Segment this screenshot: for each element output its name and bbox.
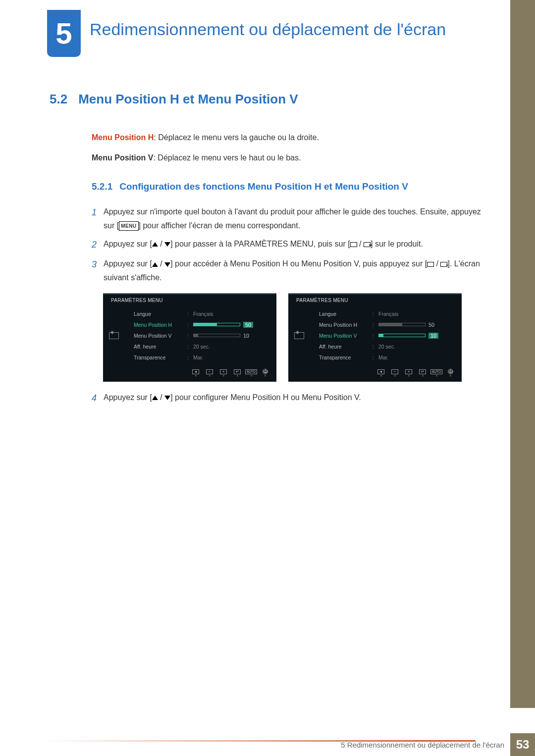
osd-category-icon: [294, 332, 304, 339]
triangle-up-icon: [152, 262, 158, 267]
pos-v-label: Menu Position V: [301, 259, 358, 268]
step-4: 4 Appuyez sur [ / ] pour configurer Menu…: [92, 391, 485, 406]
osd-screenshots: PARAMÈTRES MENU Langue : Français Menu P…: [103, 293, 485, 382]
triangle-down-icon: [164, 242, 170, 247]
subsection-heading: 5.2.1Configuration des fonctions Menu Po…: [92, 181, 485, 192]
osd-slider: 10: [193, 333, 249, 339]
section-title: Menu Position H et Menu Position V: [78, 92, 298, 107]
param-menu-label: PARAMÈTRES MENU: [234, 240, 314, 248]
intro-position-h: Menu Position H: Déplacez le menu vers l…: [92, 131, 485, 144]
osd-panel-pos-h: PARAMÈTRES MENU Langue : Français Menu P…: [103, 293, 276, 382]
step-number: 4: [92, 391, 104, 406]
osd-item-trans: Transparence : Mar.: [134, 352, 269, 363]
step-body: Appuyez sur [ / ] pour configurer Menu P…: [104, 391, 485, 406]
osd-nav-minus-icon: −▾: [204, 369, 215, 378]
triangle-down-icon: [164, 396, 170, 400]
osd-slider: 50: [193, 322, 253, 328]
osd-item-langue: Langue : Français: [319, 308, 455, 319]
label-position-v: Menu Position V: [92, 153, 153, 162]
osd-nav-bar: ◂▾ −▾ +▾ ↵▾ AUTO▾ ⏻▾: [103, 366, 276, 382]
pos-h-label: Menu Position H: [230, 259, 288, 268]
osd-nav-plus-icon: +▾: [218, 369, 229, 378]
osd-title: PARAMÈTRES MENU: [103, 294, 276, 304]
label-position-h: Menu Position H: [92, 133, 154, 142]
osd-title: PARAMÈTRES MENU: [288, 294, 462, 304]
enter-icon: [364, 242, 371, 247]
osd-nav-power-icon: ⏻▾: [260, 369, 270, 378]
triangle-up-icon: [152, 242, 158, 247]
chapter-title: Redimensionnement ou déplacement de l'éc…: [90, 10, 446, 40]
osd-item-langue: Langue : Français: [134, 308, 269, 319]
osd-item-pos-v: Menu Position V : 10: [134, 330, 269, 341]
osd-nav-auto-icon: AUTO▾: [246, 369, 257, 378]
osd-item-pos-h: Menu Position H : 50: [319, 319, 455, 330]
osd-slider: 10: [378, 333, 438, 339]
sidebar-stripe: [510, 0, 535, 708]
intro-position-v: Menu Position V: Déplacez le menu vers l…: [92, 151, 485, 164]
step-number: 1: [92, 205, 104, 232]
step-2: 2 Appuyez sur [ / ] pour passer à la PAR…: [92, 237, 485, 252]
osd-item-aff: Aff. heure : 20 sec.: [319, 341, 455, 352]
step-body: Appuyez sur [ / ] pour accéder à Menu Po…: [104, 257, 485, 284]
rect-icon: [350, 242, 357, 247]
osd-item-pos-v: Menu Position V : 10: [319, 330, 455, 341]
menu-key-icon: MENU: [119, 221, 138, 231]
subsection-number: 5.2.1: [92, 181, 112, 192]
pos-h-label: Menu Position H: [230, 393, 288, 402]
osd-item-pos-h: Menu Position H : 50: [134, 319, 269, 330]
osd-nav-bar: ◂▾ −▾ +▾ ↵▾ AUTO▾ ⏻▾: [288, 366, 462, 382]
rect-icon: [427, 262, 434, 267]
page-number: 53: [510, 733, 535, 756]
step-number: 3: [92, 257, 104, 284]
osd-nav-auto-icon: AUTO▾: [431, 369, 442, 378]
osd-panel-pos-v: PARAMÈTRES MENU Langue : Français Menu P…: [288, 293, 462, 382]
osd-nav-left-icon: ◂▾: [375, 369, 386, 378]
triangle-up-icon: [152, 396, 158, 400]
osd-nav-left-icon: ◂▾: [190, 369, 201, 378]
page-footer: 5 Redimensionnement ou déplacement de l'…: [0, 733, 535, 756]
pos-v-label: Menu Position V: [302, 393, 359, 402]
chapter-header: 5 Redimensionnement ou déplacement de l'…: [0, 0, 535, 72]
enter-icon: [440, 262, 447, 267]
osd-slider: 50: [378, 322, 434, 328]
footer-text: 5 Redimensionnement ou déplacement de l'…: [341, 741, 510, 749]
step-body: Appuyez sur n'importe quel bouton à l'av…: [104, 205, 485, 232]
osd-item-aff: Aff. heure : 20 sec.: [134, 341, 269, 352]
step-number: 2: [92, 237, 104, 252]
chapter-number-badge: 5: [47, 10, 81, 57]
step-body: Appuyez sur [ / ] pour passer à la PARAM…: [104, 237, 485, 252]
step-3: 3 Appuyez sur [ / ] pour accéder à Menu …: [92, 257, 485, 284]
osd-nav-plus-icon: +▾: [403, 369, 414, 378]
osd-nav-minus-icon: −▾: [389, 369, 400, 378]
osd-nav-enter-icon: ↵▾: [232, 369, 243, 378]
osd-nav-enter-icon: ↵▾: [417, 369, 428, 378]
osd-item-trans: Transparence : Mar.: [319, 352, 455, 363]
step-1: 1 Appuyez sur n'importe quel bouton à l'…: [92, 205, 485, 232]
section-number: 5.2: [50, 92, 67, 107]
subsection-title: Configuration des fonctions Menu Positio…: [119, 181, 408, 192]
triangle-down-icon: [164, 262, 170, 267]
osd-category-icon: [109, 332, 119, 339]
section-heading: 5.2 Menu Position H et Menu Position V: [50, 92, 485, 107]
osd-nav-power-icon: ⏻▾: [445, 369, 456, 378]
